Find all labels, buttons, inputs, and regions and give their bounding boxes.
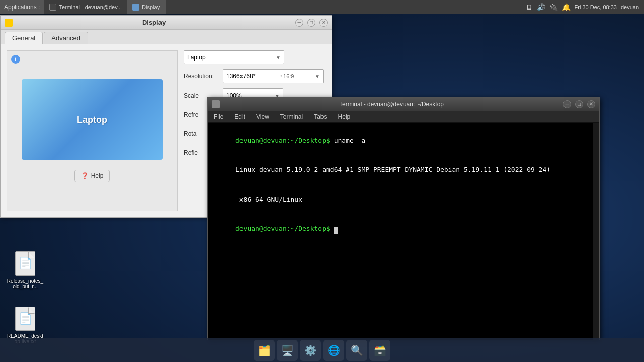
- terminal-maximize[interactable]: □: [575, 100, 583, 108]
- menu-edit[interactable]: Edit: [232, 112, 247, 121]
- resolution-hint: ≈16:9: [280, 73, 294, 79]
- terminal-minimize[interactable]: ─: [563, 100, 571, 108]
- prompt-1: devuan@devuan:~/Desktop$: [235, 137, 330, 144]
- dock-terminal[interactable]: 🖥️: [277, 340, 298, 361]
- menu-tabs[interactable]: Tabs: [312, 112, 329, 121]
- maximize-button[interactable]: □: [307, 19, 315, 27]
- task-terminal-label: Terminal - devuan@dev...: [59, 4, 122, 10]
- cursor: [334, 227, 338, 234]
- usb-icon: 🔌: [549, 3, 558, 11]
- monitor-icon: 🖥: [526, 3, 533, 11]
- desktop-icon-release-notes[interactable]: 📄 Release_notes_old_but_r...: [5, 251, 45, 290]
- monitor-preview: Laptop: [22, 79, 163, 160]
- monitor-dropdown-arrow: ▼: [276, 55, 281, 60]
- release-notes-label: Release_notes_old_but_r...: [5, 278, 45, 290]
- resolution-label: Resolution:: [184, 73, 219, 80]
- menu-file[interactable]: File: [212, 112, 225, 121]
- resolution-dropdown[interactable]: 1366x768* ≈16:9 ▼: [223, 69, 324, 83]
- terminal-menu: File Edit View Terminal Tabs Help: [208, 111, 599, 123]
- dock-file-manager[interactable]: 🗂️: [254, 340, 275, 361]
- menu-help[interactable]: Help: [336, 112, 353, 121]
- terminal-window: Terminal - devuan@devuan: ~/Desktop ─ □ …: [207, 97, 600, 340]
- prompt-2: devuan@devuan:~/Desktop$: [235, 225, 330, 232]
- help-icon: ❓: [81, 172, 89, 179]
- taskbar-top: Applications : Terminal - devuan@dev... …: [0, 0, 644, 14]
- terminal-line-2: Linux devuan 5.19.0-2-amd64 #1 SMP PREEM…: [212, 155, 595, 185]
- tab-bar: General Advanced: [1, 30, 332, 44]
- notification-icon: 🔔: [562, 3, 571, 11]
- task-display-label: Display: [142, 4, 160, 10]
- close-button[interactable]: ✕: [319, 19, 328, 27]
- cmd-2: [330, 225, 334, 232]
- terminal-body[interactable]: devuan@devuan:~/Desktop$ uname -a Linux …: [208, 123, 599, 340]
- resolution-value: 1366x768*: [226, 73, 255, 80]
- display-preview: i Laptop ❓ Help: [7, 50, 178, 211]
- monitor-row: Laptop ▼: [184, 50, 326, 64]
- terminal-title: Terminal - devuan@devuan: ~/Desktop: [224, 101, 559, 108]
- release-notes-icon: 📄: [15, 251, 35, 276]
- minimize-button[interactable]: ─: [295, 19, 303, 27]
- resolution-arrow: ▼: [315, 74, 320, 79]
- output-2: x86_64 GNU/Linux: [235, 196, 302, 203]
- help-row: ❓ Help: [74, 166, 110, 182]
- dock-search[interactable]: 🔍: [346, 340, 367, 361]
- taskbar-bottom: 🗂️ 🖥️ ⚙️ 🌐 🔍 🗃️: [0, 338, 644, 362]
- cmd-1: uname -a: [330, 137, 365, 144]
- taskbar-right: 🖥 🔊 🔌 🔔 Fri 30 Dec, 08:33 devuan: [521, 3, 644, 11]
- terminal-line-4: devuan@devuan:~/Desktop$: [212, 214, 595, 244]
- dock-network[interactable]: 🌐: [323, 340, 344, 361]
- terminal-scrollbar[interactable]: [593, 123, 599, 340]
- task-buttons: Terminal - devuan@dev... Display: [44, 0, 520, 14]
- display-title: Display: [17, 19, 291, 26]
- terminal-line-1: devuan@devuan:~/Desktop$ uname -a: [212, 126, 595, 155]
- monitor-dropdown-value: Laptop: [187, 54, 206, 61]
- help-button[interactable]: ❓ Help: [74, 170, 110, 182]
- help-label: Help: [91, 172, 104, 179]
- tab-advanced[interactable]: Advanced: [44, 32, 88, 44]
- output-1: Linux devuan 5.19.0-2-amd64 #1 SMP PREEM…: [235, 166, 550, 173]
- readme-icon: 📄: [15, 307, 35, 331]
- task-display[interactable]: Display: [127, 0, 166, 14]
- terminal-close[interactable]: ✕: [587, 100, 595, 108]
- dock-settings[interactable]: ⚙️: [300, 340, 321, 361]
- monitor-dropdown[interactable]: Laptop ▼: [184, 50, 284, 64]
- menu-terminal[interactable]: Terminal: [278, 112, 305, 121]
- menu-view[interactable]: View: [254, 112, 271, 121]
- display-icon: [132, 4, 139, 11]
- task-terminal[interactable]: Terminal - devuan@dev...: [44, 0, 127, 14]
- terminal-icon: [49, 4, 56, 11]
- username-label: devuan: [621, 4, 639, 10]
- apps-menu[interactable]: Applications :: [0, 0, 44, 14]
- terminal-line-3: x86_64 GNU/Linux: [212, 185, 595, 214]
- datetime-label: Fri 30 Dec, 08:33: [575, 4, 617, 10]
- tab-general[interactable]: General: [5, 32, 43, 44]
- terminal-titlebar: Terminal - devuan@devuan: ~/Desktop ─ □ …: [208, 97, 599, 111]
- display-win-icon: [5, 19, 13, 27]
- monitor-label: Laptop: [77, 115, 107, 125]
- terminal-win-icon: [212, 100, 220, 108]
- volume-icon: 🔊: [537, 3, 545, 11]
- apps-menu-label: Applications :: [4, 4, 40, 11]
- display-titlebar: Display ─ □ ✕: [1, 16, 332, 30]
- dock-desktop[interactable]: 🗃️: [369, 340, 390, 361]
- info-icon: i: [11, 55, 20, 64]
- resolution-row: Resolution: 1366x768* ≈16:9 ▼: [184, 69, 326, 83]
